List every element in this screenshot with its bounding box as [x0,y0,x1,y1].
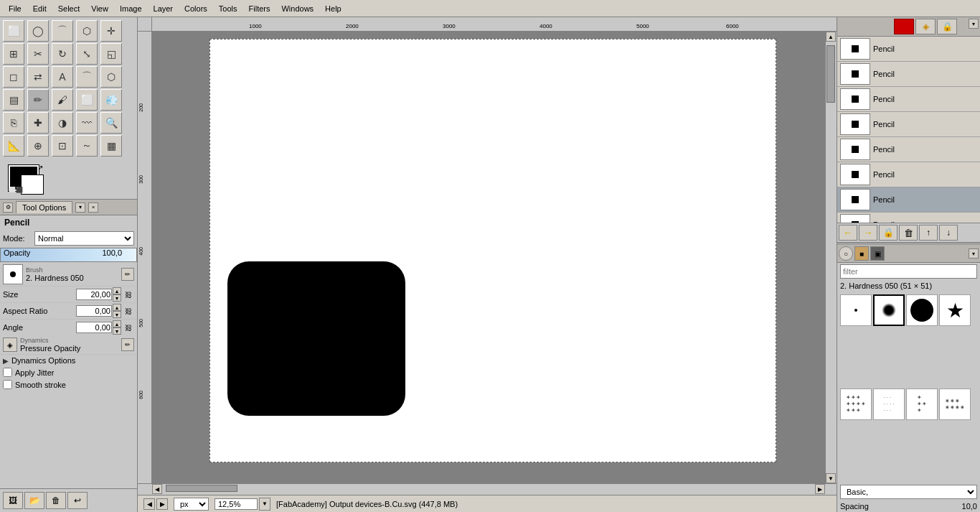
color-picker-tool[interactable]: 🔍 [100,112,122,134]
right-panel-icon3[interactable]: 🔒 [937,19,957,34]
tool-options-toggle[interactable]: ▾ [75,203,85,213]
background-color[interactable] [22,175,43,194]
brush-cell-selected[interactable] [873,294,905,326]
v-scroll-thumb[interactable] [826,45,835,103]
layer-lock-btn[interactable]: 🔒 [879,225,897,241]
align-tool[interactable]: ⊞ [3,43,24,65]
brush-edit-icon[interactable]: ✏ [121,268,134,281]
fuzzy-select-tool[interactable]: ⬡ [76,20,98,42]
rectangle-select-tool[interactable]: ⬜ [3,20,24,42]
ellipse-select-tool[interactable]: ◯ [27,20,49,42]
size-up-btn[interactable]: ▲ [113,287,121,294]
delete-image-btn[interactable]: 🗑 [46,492,66,509]
new-image-btn[interactable]: 🖼 [3,492,23,509]
layer-item-6[interactable]: Pencil [837,162,980,187]
zoom-dropdown-btn[interactable]: ▼ [259,498,270,511]
rotate-tool[interactable]: ↻ [52,43,73,65]
opacity-slider[interactable]: Opacity 100,0 [0,248,137,262]
brush-preview[interactable] [3,264,23,284]
move-tool[interactable]: ✛ [100,20,122,42]
dynamics-options-row[interactable]: ▶ Dynamics Options [0,354,137,366]
size-chain-icon[interactable]: ⛓ [123,289,134,300]
dynamics-edit-icon[interactable]: ✏ [121,338,134,351]
flip-tool[interactable]: ⇄ [27,66,49,88]
brush-cell-4[interactable]: ★ [939,294,971,326]
aspect-down-btn[interactable]: ▼ [113,311,121,318]
aspect-chain-icon[interactable]: ⛓ [123,305,134,317]
size-input[interactable] [76,289,112,300]
apply-jitter-checkbox[interactable] [3,368,12,377]
layer-item-7[interactable]: Pencil [837,187,980,213]
text-tool[interactable]: A [52,66,73,88]
dynamics-options-arrow[interactable]: ▶ [3,357,9,365]
shear-tool[interactable]: ◱ [100,43,122,65]
zoom-tool[interactable]: ⊕ [27,135,49,157]
swap-colors-icon[interactable]: ↗ [37,164,43,172]
size-down-btn[interactable]: ▼ [113,294,121,302]
nav-right-btn[interactable]: ▶ [156,498,168,510]
blend-tool[interactable]: ▤ [3,89,24,111]
path-tool[interactable]: ⌒ [76,66,98,88]
menu-help[interactable]: Help [319,3,347,14]
perspective-tool[interactable]: ◻ [3,66,24,88]
brush-cell-5[interactable]: ✦✦✦✦✦✦✦✦✦✦ [840,388,872,420]
v-scroll-track[interactable] [826,42,837,473]
scroll-down-btn[interactable]: ▼ [826,473,836,483]
angle-up-btn[interactable]: ▲ [113,320,121,327]
menu-select[interactable]: Select [52,3,86,14]
brush-cell-8[interactable]: ✷✷✷✷✷✷✷ [939,388,971,420]
menu-image[interactable]: Image [114,3,148,14]
layer-new-btn[interactable]: ← [839,225,857,241]
scroll-up-btn[interactable]: ▲ [826,32,836,42]
layer-item-8[interactable]: Pencil [837,213,980,223]
mode-select[interactable]: Normal Dissolve Multiply Screen [34,231,134,246]
menu-filters[interactable]: Filters [243,3,276,14]
layer-item-2[interactable]: Pencil [837,62,980,87]
menu-layer[interactable]: Layer [148,3,179,14]
brush-cell-6[interactable]: · · ·· · · ·· · · [873,388,905,420]
brush-cell-1[interactable] [840,294,872,326]
zoom-input[interactable] [215,498,258,510]
free-select-tool[interactable]: ⌒ [52,20,73,42]
opacity-row[interactable]: Opacity 100,0 [0,247,137,263]
menu-windows[interactable]: Windows [275,3,319,14]
layer-move-down-btn[interactable]: ↓ [939,225,958,241]
tool-options-close[interactable]: × [88,203,98,213]
menu-colors[interactable]: Colors [179,3,213,14]
angle-chain-icon[interactable]: ⛓ [123,322,134,333]
right-panel-toggle[interactable]: ▾ [969,19,979,29]
airbrush-tool[interactable]: 💨 [100,89,122,111]
scroll-left-btn[interactable]: ◀ [152,484,162,494]
menu-edit[interactable]: Edit [27,3,52,14]
transform-tool[interactable]: ⊡ [52,135,73,157]
brush-panel-toggle[interactable]: ▾ [969,248,979,259]
brush-cell-7[interactable]: ✦✦✦✦ [906,388,938,420]
vertical-scrollbar[interactable]: ▲ ▼ [825,32,837,483]
canvas-viewport[interactable] [152,32,825,483]
paintbucket-tool[interactable]: ⬡ [100,66,122,88]
h-scroll-track[interactable] [162,484,815,495]
paintbrush-tool[interactable]: 🖌 [52,89,73,111]
scroll-right-btn[interactable]: ▶ [815,484,825,494]
crop-tool[interactable]: ✂ [27,43,49,65]
angle-down-btn[interactable]: ▼ [113,327,121,335]
levels-tool[interactable]: ▦ [100,135,122,157]
smudge-tool[interactable]: 〰 [76,112,98,134]
aspect-input[interactable] [76,305,112,317]
h-scroll-thumb[interactable] [166,485,237,492]
right-panel-icon2[interactable]: ◈ [915,19,936,34]
layer-item-3[interactable]: Pencil [837,87,980,112]
brush-cell-3[interactable] [906,294,938,326]
brush-category-select[interactable]: Basic, Classic Sketch [840,485,977,499]
nav-left-btn[interactable]: ◀ [143,498,155,510]
curves-tool[interactable]: ～ [76,135,98,157]
layer-delete-btn[interactable]: 🗑 [899,225,918,241]
eraser-tool[interactable]: ⬜ [76,89,98,111]
dodge-burn-tool[interactable]: ◑ [52,112,73,134]
layer-item-4[interactable]: Pencil [837,112,980,137]
brush-circles-tab[interactable]: ○ [839,246,853,261]
layer-item-5[interactable]: Pencil [837,137,980,162]
aspect-up-btn[interactable]: ▲ [113,304,121,311]
brush-pattern-tab[interactable]: ■ [854,246,869,261]
scale-tool[interactable]: ⤡ [76,43,98,65]
